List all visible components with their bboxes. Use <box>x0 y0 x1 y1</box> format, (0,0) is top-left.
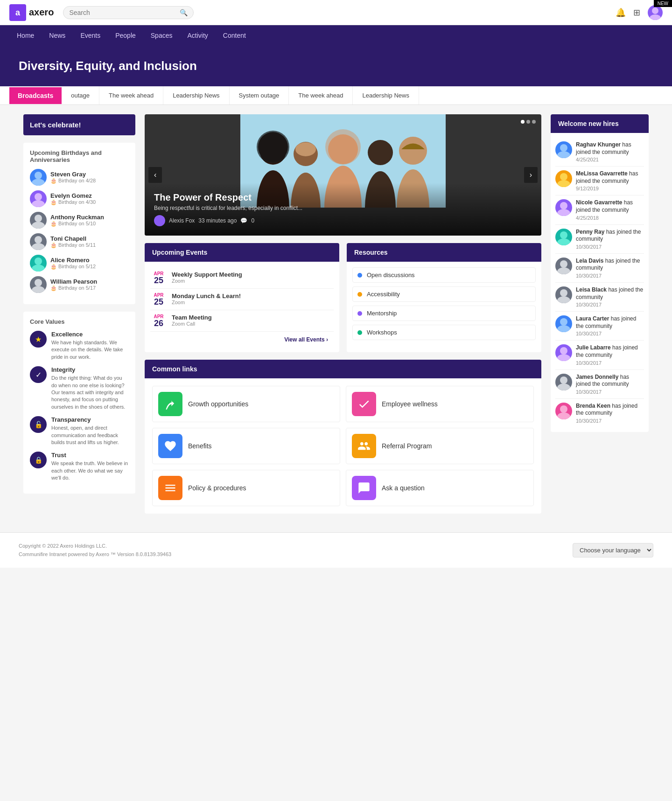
main-content: Let's celebrate! Upcoming Birthdays and … <box>9 105 663 523</box>
broadcast-item-1[interactable]: outage <box>62 86 99 104</box>
link-growth-opportunities[interactable]: Growth opportunities <box>152 386 340 422</box>
broadcast-item-4[interactable]: System outage <box>230 86 289 104</box>
resource-item-3[interactable]: Mentorship <box>352 306 536 321</box>
hire-item-6[interactable]: Leisa Black has joined the community 10/… <box>555 283 644 312</box>
logo[interactable]: a axero <box>9 4 54 21</box>
event-day-2: 25 <box>150 298 167 306</box>
hire-item-5[interactable]: Lela Davis has joined the community 10/3… <box>555 254 644 283</box>
resource-label-1: Open discussions <box>367 272 415 279</box>
view-all-events[interactable]: View all Events › <box>150 332 334 347</box>
hire-item-4[interactable]: Penny Ray has joined the community 10/30… <box>555 225 644 254</box>
hero-nav-right[interactable]: › <box>524 167 538 183</box>
user-avatar[interactable] <box>648 5 663 20</box>
birthday-avatar-1 <box>30 169 47 186</box>
nav-people[interactable]: People <box>108 25 143 46</box>
cv-desc-trust: We speak the truth. We believe in each o… <box>51 460 129 481</box>
hire-text-7: Laura Carter has joined the community <box>576 315 644 330</box>
hire-avatar-3 <box>555 199 572 216</box>
link-icon-wellness <box>352 392 376 416</box>
link-benefits[interactable]: Benefits <box>152 428 340 464</box>
nav-spaces[interactable]: Spaces <box>143 25 180 46</box>
hero-dot-1[interactable] <box>521 120 525 124</box>
svg-point-3 <box>650 14 661 20</box>
nav-events[interactable]: Events <box>73 25 108 46</box>
hire-item-9[interactable]: James Donnelly has joined the community … <box>555 370 644 399</box>
link-label-referral: Referral Program <box>382 442 432 450</box>
svg-point-14 <box>35 279 42 286</box>
birthday-name-6: William Pearson <box>50 278 97 285</box>
cv-title-transparency: Transparency <box>51 416 129 423</box>
broadcast-item-2[interactable]: The week ahead <box>99 86 163 104</box>
hire-avatar-8 <box>555 344 572 361</box>
cv-item-trust: 🔒 Trust We speak the truth. We believe i… <box>30 452 129 481</box>
broadcast-item-5[interactable]: The week ahead <box>289 86 353 104</box>
hire-item-1[interactable]: Raghav Khunger has joined the community … <box>555 138 644 167</box>
view-all-events-link[interactable]: View all Events › <box>284 336 328 343</box>
welcome-body: Raghav Khunger has joined the community … <box>551 133 649 432</box>
link-ask-question[interactable]: Ask a question <box>346 470 534 506</box>
event-item-2[interactable]: APR 25 Monday Lunch & Learn! Zoom <box>150 289 334 310</box>
nav-news[interactable]: News <box>42 25 73 46</box>
hire-item-2[interactable]: MeLissa Gavarrette has joined the commun… <box>555 167 644 195</box>
language-select[interactable]: Choose your language <box>573 543 653 557</box>
resource-item-1[interactable]: Open discussions <box>352 267 536 283</box>
add-icon[interactable]: ⊞ <box>633 7 640 18</box>
resource-item-4[interactable]: Workshops <box>352 325 536 340</box>
svg-point-2 <box>652 7 658 14</box>
search-bar[interactable]: 🔍 <box>63 6 194 19</box>
hero-time: 33 minutes ago <box>198 217 237 224</box>
mid-row: Upcoming Events APR 25 Weekly Support Me… <box>145 243 541 352</box>
event-item-1[interactable]: APR 25 Weekly Support Meeting Zoom <box>150 267 334 289</box>
event-title-2: Monday Lunch & Learn! <box>172 293 241 300</box>
page-header: Diversity, Equity, and Inclusion <box>0 46 672 86</box>
event-date-3: APR 26 <box>150 314 167 327</box>
hire-item-7[interactable]: Laura Carter has joined the community 10… <box>555 312 644 341</box>
hero-dot-3[interactable] <box>532 120 536 124</box>
link-policy-procedures[interactable]: Policy & procedures <box>152 470 340 506</box>
svg-point-8 <box>35 215 42 222</box>
notification-icon[interactable]: 🔔 <box>616 7 626 18</box>
nav-activity[interactable]: Activity <box>180 25 215 46</box>
hire-text-2: MeLissa Gavarrette has joined the commun… <box>576 170 644 185</box>
svg-point-50 <box>557 412 570 419</box>
svg-point-33 <box>560 173 567 181</box>
cv-title-integrity: Integrity <box>51 366 129 373</box>
broadcast-item-6[interactable]: Leadership News <box>353 86 419 104</box>
hero-title: The Power of Respect <box>154 192 532 203</box>
broadcast-item-3[interactable]: Leadership News <box>163 86 229 104</box>
event-item-3[interactable]: APR 26 Team Meeting Zoom Call <box>150 310 334 332</box>
link-label-benefits: Benefits <box>188 442 212 450</box>
nav-home[interactable]: Home <box>9 25 42 46</box>
birthdays-box: Upcoming Birthdays and Anniversaries Ste… <box>23 143 135 304</box>
birthday-date-6: 🎂 Birthday on 5/17 <box>50 285 97 291</box>
svg-point-31 <box>560 144 567 152</box>
search-icon: 🔍 <box>180 9 188 16</box>
svg-point-26 <box>368 140 393 165</box>
hero-dot-2[interactable] <box>526 120 530 124</box>
common-links-grid: Growth opportunities Employee wellness B… <box>145 378 541 514</box>
search-input[interactable] <box>69 9 180 16</box>
hire-text-8: Julie Labarre has joined the community <box>576 344 644 359</box>
link-referral-program[interactable]: Referral Program <box>346 428 534 464</box>
hero-nav-left[interactable]: ‹ <box>148 167 162 183</box>
hire-avatar-1 <box>555 141 572 158</box>
link-employee-wellness[interactable]: Employee wellness <box>346 386 534 422</box>
hire-avatar-2 <box>555 170 572 187</box>
topbar-right: 🔔 ⊞ <box>616 5 663 20</box>
event-day-3: 26 <box>150 319 167 327</box>
nav-content[interactable]: Content <box>216 25 253 46</box>
birthday-name-4: Toni Chapell <box>50 235 96 242</box>
hero-comments-icon: 💬 <box>240 217 247 224</box>
broadcasts-button[interactable]: Broadcasts <box>9 87 62 104</box>
hire-item-10[interactable]: Brenda Keen has joined the community 10/… <box>555 399 644 427</box>
cv-title-excellence: Excellence <box>51 331 129 338</box>
events-body: APR 25 Weekly Support Meeting Zoom APR 2… <box>145 262 339 352</box>
svg-point-35 <box>560 202 567 209</box>
hire-item-8[interactable]: Julie Labarre has joined the community 1… <box>555 341 644 369</box>
resource-item-2[interactable]: Accessibility <box>352 286 536 302</box>
link-label-question: Ask a question <box>382 484 425 492</box>
welcome-header: Welcome new hires <box>551 114 649 133</box>
cv-icon-integrity: ✓ <box>30 366 47 383</box>
hire-item-3[interactable]: Nicole Gavarrette has joined the communi… <box>555 195 644 224</box>
celebrate-box: Let's celebrate! <box>23 114 135 135</box>
